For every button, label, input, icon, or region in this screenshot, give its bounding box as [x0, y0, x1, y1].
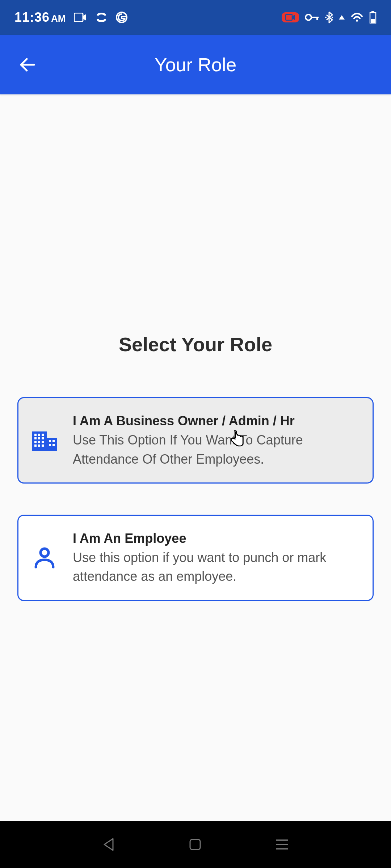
svg-rect-11: [47, 438, 57, 451]
camera-icon: [74, 13, 87, 22]
back-button[interactable]: [17, 55, 38, 75]
main-content: Select Your Role: [0, 94, 391, 601]
svg-rect-27: [52, 444, 55, 446]
svg-point-5: [325, 17, 327, 18]
svg-rect-20: [42, 441, 44, 443]
svg-point-6: [332, 17, 333, 18]
status-time: 11:36AM: [14, 10, 66, 25]
svg-rect-22: [38, 444, 40, 447]
svg-rect-9: [371, 19, 375, 23]
key-icon: [305, 13, 319, 21]
triangle-up-icon: [339, 15, 345, 20]
svg-rect-15: [34, 437, 37, 439]
svg-rect-18: [34, 441, 37, 443]
nav-home-button[interactable]: [189, 838, 202, 851]
options-container: I Am A Business Owner / Admin / Hr Use T…: [17, 397, 374, 601]
status-bar: 11:36AM: [0, 0, 391, 35]
option-subtitle: Use This Option If You Want To Capture A…: [73, 431, 360, 468]
swap-icon: [95, 12, 108, 23]
battery-icon: [369, 11, 377, 24]
svg-rect-16: [38, 437, 40, 439]
option-title: I Am An Employee: [73, 529, 360, 548]
option-subtitle: Use this option if you want to punch or …: [73, 548, 360, 586]
svg-rect-21: [34, 444, 37, 447]
svg-rect-0: [74, 13, 83, 22]
option-text: I Am A Business Owner / Admin / Hr Use T…: [73, 412, 360, 469]
svg-rect-29: [190, 839, 200, 850]
navigation-bar: [0, 821, 391, 868]
option-title: I Am A Business Owner / Admin / Hr: [73, 412, 360, 430]
bluetooth-icon: [325, 11, 333, 24]
record-badge: [282, 12, 299, 22]
svg-rect-24: [49, 440, 51, 442]
role-option-admin[interactable]: I Am A Business Owner / Admin / Hr Use T…: [17, 397, 374, 484]
svg-rect-1: [286, 14, 292, 20]
svg-rect-25: [52, 440, 55, 442]
role-option-employee[interactable]: I Am An Employee Use this option if you …: [17, 515, 374, 601]
svg-rect-4: [316, 17, 318, 20]
svg-rect-12: [34, 434, 37, 436]
page-heading: Select Your Role: [119, 333, 272, 356]
app-bar: Your Role: [0, 35, 391, 94]
app-bar-title: Your Role: [0, 54, 391, 76]
status-left: 11:36AM: [14, 10, 127, 25]
svg-rect-19: [38, 441, 40, 443]
svg-rect-26: [49, 444, 51, 446]
wifi-icon: [350, 12, 363, 22]
nav-back-button[interactable]: [102, 837, 115, 852]
svg-rect-13: [38, 434, 40, 436]
option-text: I Am An Employee Use this option if you …: [73, 529, 360, 586]
svg-point-28: [41, 549, 49, 557]
nav-recent-button[interactable]: [275, 839, 289, 850]
svg-rect-14: [42, 434, 44, 436]
status-right: [282, 11, 377, 24]
svg-rect-23: [42, 444, 44, 447]
building-icon: [31, 429, 58, 451]
svg-rect-17: [42, 437, 44, 439]
person-icon: [31, 545, 58, 571]
google-icon: [116, 12, 127, 23]
svg-point-2: [306, 14, 311, 20]
